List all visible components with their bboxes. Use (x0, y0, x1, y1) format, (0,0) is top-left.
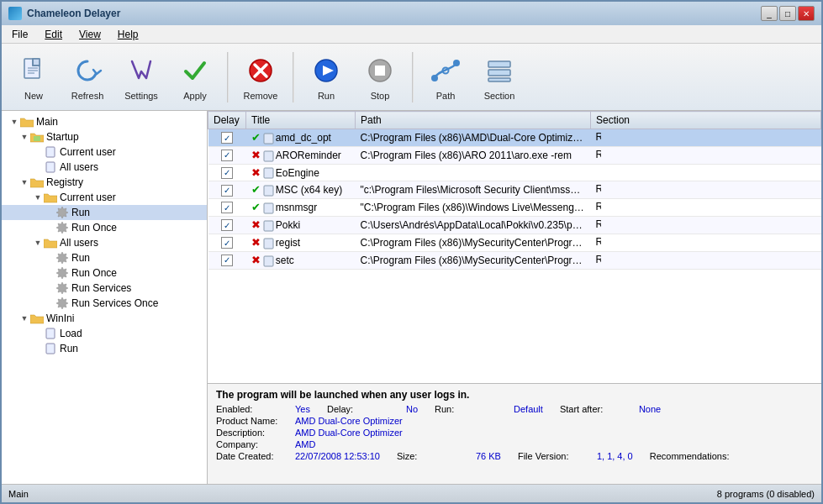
table-row[interactable]: ✖ registC:\Program Files (x86)\MySecurit… (208, 234, 821, 251)
run-section: Run: Default (435, 404, 543, 414)
table-row[interactable]: ✔ msnmsgr"C:\Program Files (x86)\Windows… (208, 199, 821, 217)
svg-rect-31 (264, 168, 273, 178)
apply-icon (178, 54, 212, 87)
expand-winini[interactable]: ▼ (18, 312, 30, 324)
menu-view[interactable]: View (76, 27, 104, 42)
row-checkbox[interactable] (221, 237, 233, 249)
path-button[interactable]: Path (420, 49, 471, 106)
sidebar-item-all-users[interactable]: All users (2, 160, 207, 175)
gear-icon-run-services (55, 281, 69, 295)
svg-rect-1 (33, 59, 40, 66)
menu-file[interactable]: File (8, 27, 31, 42)
menu-help[interactable]: Help (114, 27, 142, 42)
table-row[interactable]: ✔ MSC (x64 key)"c:\Program Files\Microso… (208, 181, 821, 199)
expand-raro (44, 267, 55, 279)
stop-button[interactable]: Stop (355, 49, 405, 106)
section-button[interactable]: Section (474, 49, 525, 106)
cell-path: C:\Users\Andrés\AppData\Local\Pokki\v0.2… (356, 217, 591, 234)
table-row[interactable]: ✖ setcC:\Program Files (x86)\MySecurityC… (208, 251, 821, 269)
expand-rcu[interactable]: ▼ (32, 192, 44, 203)
row-checkbox[interactable] (221, 185, 233, 197)
expand-main[interactable]: ▼ (8, 116, 20, 128)
settings-label: Settings (124, 91, 158, 101)
cell-title: ✖ Pokki (246, 217, 356, 234)
sidebar-label-all-users: All users (60, 161, 98, 173)
sidebar-item-reg-current-user[interactable]: ▼ Current user (2, 190, 207, 205)
table-row[interactable]: ✖ EoEngine (208, 164, 821, 181)
col-title[interactable]: Title (246, 112, 356, 129)
sidebar-item-reg-all-run-once[interactable]: Run Once (2, 265, 207, 281)
expand-rau[interactable]: ▼ (32, 237, 44, 249)
svg-rect-36 (264, 256, 273, 266)
sidebar-label-registry: Registry (46, 176, 83, 188)
table-row[interactable]: ✖ PokkiC:\Users\Andrés\AppData\Local\Pok… (208, 217, 821, 234)
start-after-value: None (639, 404, 661, 414)
menu-edit[interactable]: Edit (41, 27, 66, 42)
desc-label: Description: (216, 428, 292, 438)
close-button[interactable]: ✕ (798, 6, 815, 21)
new-button[interactable]: New (8, 49, 59, 106)
enabled-section: Enabled: Yes (216, 404, 310, 414)
sidebar-item-winini[interactable]: ▼ WinIni (2, 311, 207, 326)
table-row[interactable]: ✖ AROReminderC:\Program Files (x86)\ARO … (208, 146, 821, 164)
apply-label: Apply (183, 91, 207, 101)
sidebar-item-startup[interactable]: ▼ Startup (2, 129, 207, 144)
svg-rect-35 (264, 239, 273, 249)
sidebar-item-reg-all-run[interactable]: Run (2, 250, 207, 265)
settings-button[interactable]: Settings (116, 49, 166, 106)
title-status-icon: ✖ (251, 150, 263, 161)
gear-icon-reg-run (55, 206, 69, 219)
row-checkbox[interactable] (221, 219, 233, 231)
sidebar-item-run-services[interactable]: Run Services (2, 281, 207, 296)
sidebar-item-reg-all-users[interactable]: ▼ All users (2, 235, 207, 250)
sidebar-label-run-once: Run Once (71, 267, 117, 279)
table-row[interactable]: ✔ amd_dc_optC:\Program Files (x86)\AMD\D… (208, 129, 821, 147)
title-status-icon: ✔ (251, 184, 263, 196)
window-title: Chameleon Delayer (27, 8, 120, 19)
cell-section: Registry/All users/Run (591, 181, 601, 197)
expand-load (32, 328, 44, 339)
sidebar-item-reg-run-once[interactable]: Run Once (2, 220, 207, 235)
status-bar: Main 8 programs (0 disabled) (2, 484, 821, 502)
sidebar-item-reg-run[interactable]: Run (2, 205, 207, 220)
sidebar-item-current-user[interactable]: Current user (2, 144, 207, 160)
file-icon (263, 237, 276, 249)
cell-delay (208, 217, 246, 234)
toolbar-separator-2 (293, 52, 294, 102)
title-buttons: _ □ ✕ (761, 6, 815, 21)
sidebar-item-run-services-once[interactable]: Run Services Once (2, 296, 207, 311)
folder-icon-startup (30, 130, 44, 144)
minimize-button[interactable]: _ (761, 6, 778, 21)
cell-title: ✔ msnmsgr (246, 199, 356, 217)
cell-path: C:\Program Files (x86)\MySecurityCenter\… (356, 251, 591, 269)
product-row: Product Name: AMD Dual-Core Optimizer (216, 416, 813, 426)
title-status-icon: ✔ (251, 202, 263, 213)
maximize-button[interactable]: □ (779, 6, 796, 21)
row-checkbox[interactable] (221, 132, 233, 144)
cell-path: C:\Program Files (x86)\MySecurityCenter\… (356, 234, 591, 251)
col-section[interactable]: Section (591, 112, 821, 129)
run-button[interactable]: Run (301, 49, 351, 106)
svg-rect-27 (46, 328, 55, 339)
sidebar-item-registry[interactable]: ▼ Registry (2, 175, 207, 190)
col-path[interactable]: Path (356, 112, 591, 129)
sidebar-item-load[interactable]: Load (2, 326, 207, 341)
refresh-button[interactable]: Refresh (62, 49, 113, 106)
row-checkbox[interactable] (221, 202, 233, 213)
apply-button[interactable]: Apply (170, 49, 220, 106)
svg-rect-17 (488, 78, 510, 81)
title-text: MSC (x64 key) (276, 184, 342, 196)
sidebar-item-main[interactable]: ▼ Main (2, 114, 207, 129)
title-bar-left: Chameleon Delayer (8, 7, 120, 20)
title-text: setc (276, 255, 294, 266)
row-checkbox[interactable] (221, 150, 233, 161)
row-checkbox[interactable] (221, 255, 233, 266)
sidebar-item-winini-run[interactable]: Run (2, 341, 207, 356)
row-checkbox[interactable] (221, 167, 233, 179)
expand-startup[interactable]: ▼ (18, 131, 30, 143)
expand-registry[interactable]: ▼ (18, 176, 30, 188)
stop-label: Stop (371, 91, 390, 101)
remove-button[interactable]: Remove (235, 49, 286, 106)
cell-path (356, 164, 591, 181)
col-delay[interactable]: Delay (208, 112, 246, 129)
